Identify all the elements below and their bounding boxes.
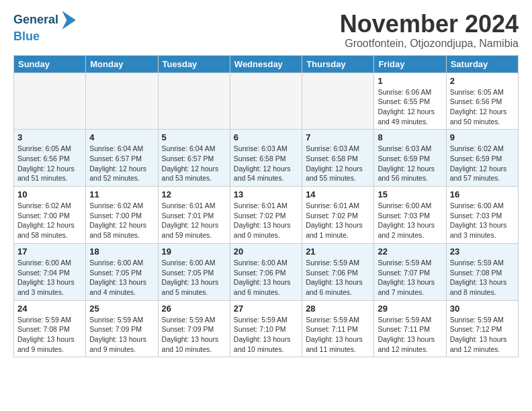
day-cell-2: 2Sunrise: 6:05 AM Sunset: 6:56 PM Daylig… [446, 73, 518, 130]
logo: General Blue [13, 11, 76, 44]
day-cell-13: 13Sunrise: 6:01 AM Sunset: 7:02 PM Dayli… [230, 187, 302, 244]
day-info: Sunrise: 6:05 AM Sunset: 6:56 PM Dayligh… [450, 87, 515, 127]
month-title: November 2024 [340, 11, 519, 38]
day-info: Sunrise: 6:03 AM Sunset: 6:59 PM Dayligh… [378, 144, 442, 183]
day-info: Sunrise: 6:02 AM Sunset: 7:00 PM Dayligh… [17, 201, 82, 240]
weekday-header-thursday: Thursday [302, 55, 374, 73]
calendar-header: SundayMondayTuesdayWednesdayThursdayFrid… [14, 55, 519, 73]
day-info: Sunrise: 6:02 AM Sunset: 7:00 PM Dayligh… [89, 201, 154, 240]
day-cell-9: 9Sunrise: 6:02 AM Sunset: 6:59 PM Daylig… [446, 130, 518, 187]
day-info: Sunrise: 5:59 AM Sunset: 7:11 PM Dayligh… [378, 315, 442, 355]
logo-line2: Blue [13, 30, 76, 44]
day-cell-28: 28Sunrise: 5:59 AM Sunset: 7:11 PM Dayli… [302, 300, 374, 357]
day-number: 14 [306, 189, 370, 199]
day-cell-12: 12Sunrise: 6:01 AM Sunset: 7:01 PM Dayli… [158, 187, 230, 244]
header: General Blue November 2024 Grootfontein,… [13, 11, 519, 50]
weekday-header-saturday: Saturday [446, 55, 518, 73]
location-subtitle: Grootfontein, Otjozondjupa, Namibia [340, 38, 519, 50]
day-info: Sunrise: 5:59 AM Sunset: 7:09 PM Dayligh… [162, 315, 226, 355]
day-cell-23: 23Sunrise: 5:59 AM Sunset: 7:08 PM Dayli… [446, 243, 518, 300]
day-info: Sunrise: 5:59 AM Sunset: 7:08 PM Dayligh… [450, 258, 515, 298]
day-info: Sunrise: 5:59 AM Sunset: 7:09 PM Dayligh… [89, 315, 154, 355]
logo-arrow-icon [60, 11, 76, 30]
day-number: 9 [450, 132, 515, 142]
day-info: Sunrise: 6:01 AM Sunset: 7:01 PM Dayligh… [162, 201, 226, 240]
day-cell-27: 27Sunrise: 5:59 AM Sunset: 7:10 PM Dayli… [230, 300, 302, 357]
day-cell-16: 16Sunrise: 6:00 AM Sunset: 7:03 PM Dayli… [446, 187, 518, 244]
day-cell-22: 22Sunrise: 5:59 AM Sunset: 7:07 PM Dayli… [374, 243, 446, 300]
weekday-header-monday: Monday [86, 55, 158, 73]
day-number: 10 [17, 189, 82, 199]
day-number: 21 [306, 246, 370, 257]
day-number: 15 [378, 189, 442, 199]
day-cell-21: 21Sunrise: 5:59 AM Sunset: 7:06 PM Dayli… [302, 243, 374, 300]
day-info: Sunrise: 5:59 AM Sunset: 7:07 PM Dayligh… [378, 258, 442, 298]
day-info: Sunrise: 5:59 AM Sunset: 7:08 PM Dayligh… [17, 315, 82, 355]
empty-cell [158, 73, 230, 130]
day-cell-10: 10Sunrise: 6:02 AM Sunset: 7:00 PM Dayli… [14, 187, 86, 244]
weekday-header-friday: Friday [374, 55, 446, 73]
day-info: Sunrise: 6:01 AM Sunset: 7:02 PM Dayligh… [306, 201, 370, 240]
day-cell-26: 26Sunrise: 5:59 AM Sunset: 7:09 PM Dayli… [158, 300, 230, 357]
day-number: 3 [17, 132, 82, 142]
day-number: 25 [89, 304, 154, 314]
weekday-header-wednesday: Wednesday [230, 55, 302, 73]
title-block: November 2024 Grootfontein, Otjozondjupa… [340, 11, 519, 50]
day-info: Sunrise: 6:03 AM Sunset: 6:58 PM Dayligh… [234, 144, 298, 183]
logo-text-block: General Blue [13, 11, 76, 44]
day-info: Sunrise: 6:00 AM Sunset: 7:06 PM Dayligh… [234, 258, 298, 298]
day-number: 27 [234, 304, 298, 314]
day-number: 18 [89, 246, 154, 257]
day-number: 26 [162, 304, 226, 314]
day-number: 13 [234, 189, 298, 199]
day-info: Sunrise: 6:00 AM Sunset: 7:03 PM Dayligh… [378, 201, 442, 240]
day-info: Sunrise: 5:59 AM Sunset: 7:06 PM Dayligh… [306, 258, 370, 298]
day-info: Sunrise: 6:04 AM Sunset: 6:57 PM Dayligh… [162, 144, 226, 183]
day-number: 2 [450, 76, 515, 86]
day-info: Sunrise: 6:04 AM Sunset: 6:57 PM Dayligh… [89, 144, 154, 183]
day-number: 4 [89, 132, 154, 142]
weekday-header-row: SundayMondayTuesdayWednesdayThursdayFrid… [14, 55, 519, 73]
day-number: 8 [378, 132, 442, 142]
day-cell-1: 1Sunrise: 6:06 AM Sunset: 6:55 PM Daylig… [374, 73, 446, 130]
day-number: 17 [17, 246, 82, 257]
day-number: 19 [162, 246, 226, 257]
day-cell-25: 25Sunrise: 5:59 AM Sunset: 7:09 PM Dayli… [86, 300, 158, 357]
day-number: 12 [162, 189, 226, 199]
day-info: Sunrise: 5:59 AM Sunset: 7:10 PM Dayligh… [234, 315, 298, 355]
day-info: Sunrise: 6:00 AM Sunset: 7:03 PM Dayligh… [450, 201, 515, 240]
day-cell-24: 24Sunrise: 5:59 AM Sunset: 7:08 PM Dayli… [14, 300, 86, 357]
day-number: 1 [378, 76, 442, 86]
day-info: Sunrise: 6:06 AM Sunset: 6:55 PM Dayligh… [378, 87, 442, 127]
week-row-1: 1Sunrise: 6:06 AM Sunset: 6:55 PM Daylig… [14, 73, 519, 130]
calendar-body: 1Sunrise: 6:06 AM Sunset: 6:55 PM Daylig… [14, 73, 519, 357]
logo-line1: General Blue [13, 13, 76, 44]
day-number: 6 [234, 132, 298, 142]
day-number: 22 [378, 246, 442, 257]
week-row-4: 17Sunrise: 6:00 AM Sunset: 7:04 PM Dayli… [14, 243, 519, 300]
day-number: 29 [378, 304, 442, 314]
day-info: Sunrise: 6:01 AM Sunset: 7:02 PM Dayligh… [234, 201, 298, 240]
day-number: 23 [450, 246, 515, 257]
day-number: 11 [89, 189, 154, 199]
day-info: Sunrise: 6:00 AM Sunset: 7:04 PM Dayligh… [17, 258, 82, 298]
day-info: Sunrise: 6:00 AM Sunset: 7:05 PM Dayligh… [162, 258, 226, 298]
week-row-5: 24Sunrise: 5:59 AM Sunset: 7:08 PM Dayli… [14, 300, 519, 357]
day-cell-19: 19Sunrise: 6:00 AM Sunset: 7:05 PM Dayli… [158, 243, 230, 300]
empty-cell [86, 73, 158, 130]
day-cell-6: 6Sunrise: 6:03 AM Sunset: 6:58 PM Daylig… [230, 130, 302, 187]
empty-cell [14, 73, 86, 130]
day-info: Sunrise: 6:02 AM Sunset: 6:59 PM Dayligh… [450, 144, 515, 183]
day-info: Sunrise: 5:59 AM Sunset: 7:12 PM Dayligh… [450, 315, 515, 355]
day-cell-14: 14Sunrise: 6:01 AM Sunset: 7:02 PM Dayli… [302, 187, 374, 244]
day-cell-20: 20Sunrise: 6:00 AM Sunset: 7:06 PM Dayli… [230, 243, 302, 300]
week-row-3: 10Sunrise: 6:02 AM Sunset: 7:00 PM Dayli… [14, 187, 519, 244]
svg-marker-0 [62, 11, 76, 29]
day-cell-30: 30Sunrise: 5:59 AM Sunset: 7:12 PM Dayli… [446, 300, 518, 357]
day-cell-29: 29Sunrise: 5:59 AM Sunset: 7:11 PM Dayli… [374, 300, 446, 357]
weekday-header-tuesday: Tuesday [158, 55, 230, 73]
day-cell-3: 3Sunrise: 6:05 AM Sunset: 6:56 PM Daylig… [14, 130, 86, 187]
calendar-table: SundayMondayTuesdayWednesdayThursdayFrid… [13, 55, 519, 358]
day-info: Sunrise: 5:59 AM Sunset: 7:11 PM Dayligh… [306, 315, 370, 355]
day-info: Sunrise: 6:03 AM Sunset: 6:58 PM Dayligh… [306, 144, 370, 183]
